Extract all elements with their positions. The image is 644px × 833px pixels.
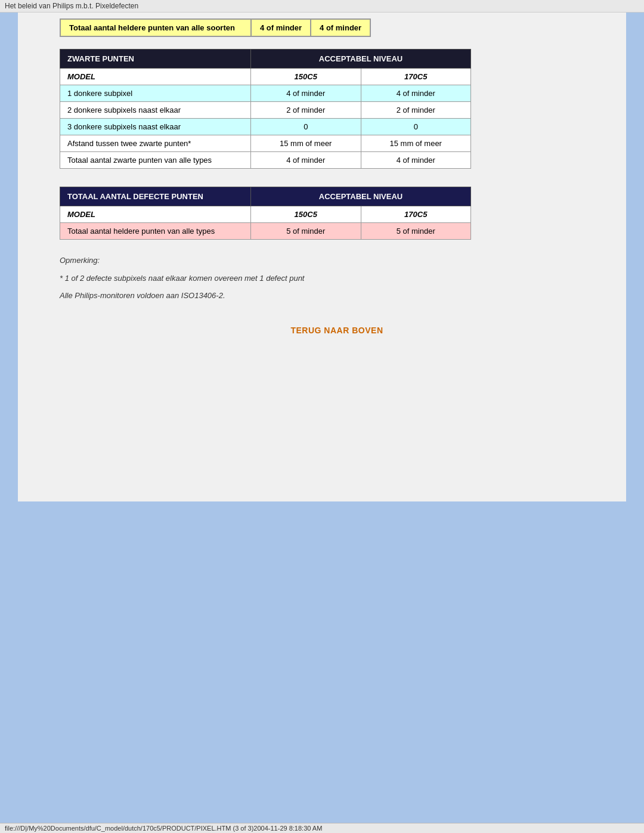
zwarte-row4-col2: 4 of minder bbox=[361, 152, 471, 169]
top-table-wrapper: Totaal aantal heldere punten van alle so… bbox=[60, 18, 614, 37]
zwarte-data-row-1: 2 donkere subpixels naast elkaar 2 of mi… bbox=[60, 102, 471, 119]
top-yellow-row: Totaal aantal heldere punten van alle so… bbox=[60, 19, 370, 36]
status-text: file:///D|/My%20Documents/dfu/C_model/du… bbox=[5, 825, 322, 832]
title-bar: Het beleid van Philips m.b.t. Pixeldefec… bbox=[0, 0, 644, 13]
zwarte-model-label: MODEL bbox=[60, 69, 251, 85]
zwarte-data-row-0: 1 donkere subpixel 4 of minder 4 of mind… bbox=[60, 85, 471, 102]
note2-text: Alle Philips-monitoren voldoen aan ISO13… bbox=[60, 290, 614, 302]
zwarte-header-acceptabel: ACCEPTABEL NIVEAU bbox=[251, 49, 471, 69]
zwarte-row2-col1: 0 bbox=[251, 119, 361, 135]
back-link-container: TERUG NAAR BOVEN bbox=[60, 326, 614, 335]
zwarte-model-170c5: 170C5 bbox=[361, 69, 471, 85]
totaal-header-row: TOTAAL AANTAL DEFECTE PUNTEN ACCEPTABEL … bbox=[60, 187, 471, 206]
zwarte-punten-table: ZWARTE PUNTEN ACCEPTABEL NIVEAU MODEL 15… bbox=[60, 49, 471, 169]
zwarte-row4-col1: 4 of minder bbox=[251, 152, 361, 169]
zwarte-row2-label: 3 donkere subpixels naast elkaar bbox=[60, 119, 251, 135]
totaal-header-acceptabel: ACCEPTABEL NIVEAU bbox=[251, 187, 471, 206]
zwarte-data-row-4: Totaal aantal zwarte punten van alle typ… bbox=[60, 152, 471, 169]
top-row-col2: 4 of minder bbox=[311, 19, 370, 36]
totaal-data-row-0: Totaal aantal heldere punten van alle ty… bbox=[60, 223, 471, 240]
totaal-model-row: MODEL 150C5 170C5 bbox=[60, 206, 471, 223]
zwarte-row0-col2: 4 of minder bbox=[361, 85, 471, 102]
top-row-label: Totaal aantal heldere punten van alle so… bbox=[60, 19, 251, 36]
totaal-model-150c5: 150C5 bbox=[251, 206, 361, 223]
totaal-model-170c5: 170C5 bbox=[361, 206, 471, 223]
zwarte-row3-col2: 15 mm of meer bbox=[361, 135, 471, 152]
note1-text: * 1 of 2 defecte subpixels naat elkaar k… bbox=[60, 272, 614, 284]
zwarte-row3-col1: 15 mm of meer bbox=[251, 135, 361, 152]
totaal-table: TOTAAL AANTAL DEFECTE PUNTEN ACCEPTABEL … bbox=[60, 187, 471, 240]
top-table: Totaal aantal heldere punten van alle so… bbox=[60, 18, 371, 37]
zwarte-row2-col2: 0 bbox=[361, 119, 471, 135]
status-bar: file:///D|/My%20Documents/dfu/C_model/du… bbox=[0, 823, 644, 833]
zwarte-model-150c5: 150C5 bbox=[251, 69, 361, 85]
tables-container: Totaal aantal heldere punten van alle so… bbox=[60, 18, 614, 335]
zwarte-row0-col1: 4 of minder bbox=[251, 85, 361, 102]
zwarte-row3-label: Afstand tussen twee zwarte punten* bbox=[60, 135, 251, 152]
zwarte-header-row: ZWARTE PUNTEN ACCEPTABEL NIVEAU bbox=[60, 49, 471, 69]
totaal-row0-label: Totaal aantal heldere punten van alle ty… bbox=[60, 223, 251, 240]
zwarte-header-col1: ZWARTE PUNTEN bbox=[60, 49, 251, 69]
title-text: Het beleid van Philips m.b.t. Pixeldefec… bbox=[5, 2, 138, 10]
back-to-top-link[interactable]: TERUG NAAR BOVEN bbox=[290, 326, 383, 335]
totaal-model-label: MODEL bbox=[60, 206, 251, 223]
remark-section: Opmerking: * 1 of 2 defecte subpixels na… bbox=[60, 255, 614, 302]
zwarte-row1-col2: 2 of minder bbox=[361, 102, 471, 119]
zwarte-data-row-3: Afstand tussen twee zwarte punten* 15 mm… bbox=[60, 135, 471, 152]
totaal-header-col1: TOTAAL AANTAL DEFECTE PUNTEN bbox=[60, 187, 251, 206]
zwarte-row1-label: 2 donkere subpixels naast elkaar bbox=[60, 102, 251, 119]
zwarte-row4-label: Totaal aantal zwarte punten van alle typ… bbox=[60, 152, 251, 169]
main-content: Totaal aantal heldere punten van alle so… bbox=[18, 13, 626, 501]
opmerking-label: Opmerking: bbox=[60, 255, 614, 267]
zwarte-row0-label: 1 donkere subpixel bbox=[60, 85, 251, 102]
zwarte-model-row: MODEL 150C5 170C5 bbox=[60, 69, 471, 85]
zwarte-row1-col1: 2 of minder bbox=[251, 102, 361, 119]
totaal-row0-col2: 5 of minder bbox=[361, 223, 471, 240]
top-row-col1: 4 of minder bbox=[251, 19, 311, 36]
zwarte-data-row-2: 3 donkere subpixels naast elkaar 0 0 bbox=[60, 119, 471, 135]
totaal-row0-col1: 5 of minder bbox=[251, 223, 361, 240]
